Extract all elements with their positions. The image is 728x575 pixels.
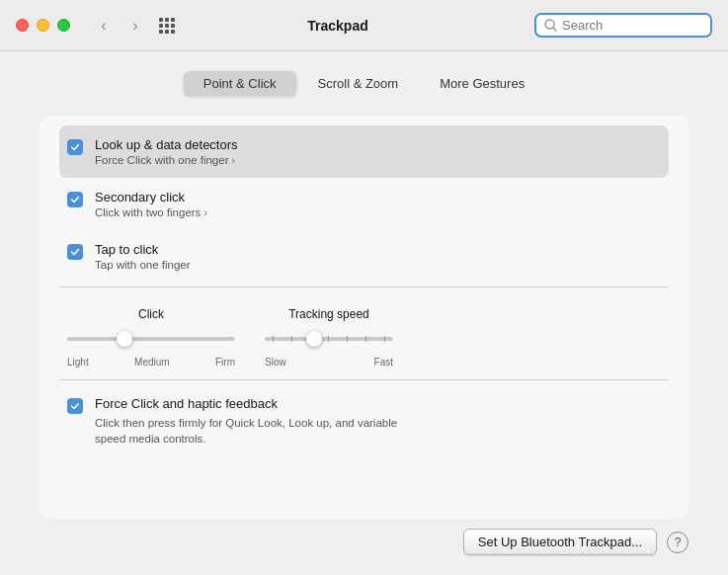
- force-click-text: Force Click and haptic feedback Click th…: [95, 396, 411, 447]
- window-title: Trackpad: [181, 18, 495, 34]
- tab-bar: Point & Click Scroll & Zoom More Gesture…: [40, 71, 688, 96]
- close-button[interactable]: [16, 19, 29, 32]
- tracking-slider-labels: Slow Fast: [265, 357, 393, 368]
- divider-1: [59, 287, 669, 288]
- bottom-bar: Set Up Bluetooth Trackpad... ?: [40, 519, 688, 555]
- help-button[interactable]: ?: [667, 532, 688, 553]
- tab-point-click[interactable]: Point & Click: [184, 71, 296, 96]
- tap-to-click-checkbox[interactable]: [67, 244, 83, 260]
- force-click-title: Force Click and haptic feedback: [95, 396, 411, 411]
- force-click-checkbox[interactable]: [67, 398, 83, 414]
- secondary-click-title: Secondary click: [95, 190, 207, 205]
- tap-to-click-subtitle: Tap with one finger: [95, 259, 191, 271]
- click-slider-track: [67, 329, 235, 349]
- secondary-click-checkbox[interactable]: [67, 192, 83, 207]
- traffic-lights: [16, 19, 70, 32]
- click-label-light: Light: [67, 357, 89, 368]
- search-box[interactable]: [534, 13, 712, 38]
- look-up-text: Look up & data detectors Force Click wit…: [95, 137, 238, 166]
- look-up-row: Look up & data detectors Force Click wit…: [59, 125, 669, 178]
- checkmark-icon: [70, 142, 80, 152]
- secondary-click-text: Secondary click Click with two fingers ›: [95, 190, 207, 218]
- checkmark-icon: [70, 195, 80, 205]
- minimize-button[interactable]: [37, 19, 49, 32]
- checkmark-icon: [70, 247, 80, 257]
- tracking-speed-slider-group: Tracking speed: [265, 307, 393, 368]
- secondary-click-row: Secondary click Click with two fingers ›: [59, 178, 669, 230]
- back-button[interactable]: ‹: [90, 12, 118, 40]
- click-slider-label: Click: [138, 307, 164, 321]
- title-bar: ‹ › Trackpad: [0, 0, 728, 51]
- secondary-click-subtitle[interactable]: Click with two fingers ›: [95, 206, 207, 218]
- app-grid-button[interactable]: [153, 12, 181, 40]
- main-content: Point & Click Scroll & Zoom More Gesture…: [0, 51, 728, 575]
- forward-button[interactable]: ›: [121, 12, 149, 40]
- tracking-label-fast: Fast: [374, 357, 393, 368]
- click-label-firm: Firm: [215, 357, 235, 368]
- divider-2: [59, 379, 669, 380]
- tab-more-gestures[interactable]: More Gestures: [420, 71, 544, 96]
- tap-to-click-row: Tap to click Tap with one finger: [59, 230, 669, 283]
- tracking-speed-label: Tracking speed: [288, 307, 369, 321]
- click-slider-labels: Light Medium Firm: [67, 357, 235, 368]
- checkmark-icon: [70, 401, 80, 411]
- look-up-subtitle[interactable]: Force Click with one finger ›: [95, 154, 238, 166]
- svg-line-1: [553, 28, 556, 31]
- force-click-row: Force Click and haptic feedback Click th…: [59, 384, 669, 458]
- tap-to-click-title: Tap to click: [95, 242, 191, 257]
- tab-scroll-zoom[interactable]: Scroll & Zoom: [298, 71, 419, 96]
- tracking-slider-thumb: [306, 331, 322, 347]
- sliders-section: Click Light Medium Firm Tracking speed: [59, 291, 669, 375]
- look-up-checkbox[interactable]: [67, 139, 83, 155]
- secondary-click-chevron-icon: ›: [203, 207, 206, 218]
- look-up-chevron-icon: ›: [232, 155, 235, 166]
- tracking-label-slow: Slow: [265, 357, 286, 368]
- look-up-title: Look up & data detectors: [95, 137, 238, 152]
- nav-buttons: ‹ ›: [90, 12, 149, 40]
- bluetooth-trackpad-button[interactable]: Set Up Bluetooth Trackpad...: [463, 529, 657, 555]
- search-icon: [544, 19, 557, 32]
- tap-to-click-text: Tap to click Tap with one finger: [95, 242, 191, 271]
- search-input[interactable]: [562, 18, 702, 33]
- click-slider-group: Click Light Medium Firm: [67, 307, 235, 368]
- grid-icon: [159, 18, 175, 34]
- click-slider-thumb: [117, 331, 132, 347]
- click-label-medium: Medium: [134, 357, 170, 368]
- force-click-description: Click then press firmly for Quick Look, …: [95, 415, 411, 447]
- tracking-slider-track-container: [265, 329, 393, 349]
- maximize-button[interactable]: [57, 19, 70, 32]
- settings-panel: Look up & data detectors Force Click wit…: [40, 116, 688, 519]
